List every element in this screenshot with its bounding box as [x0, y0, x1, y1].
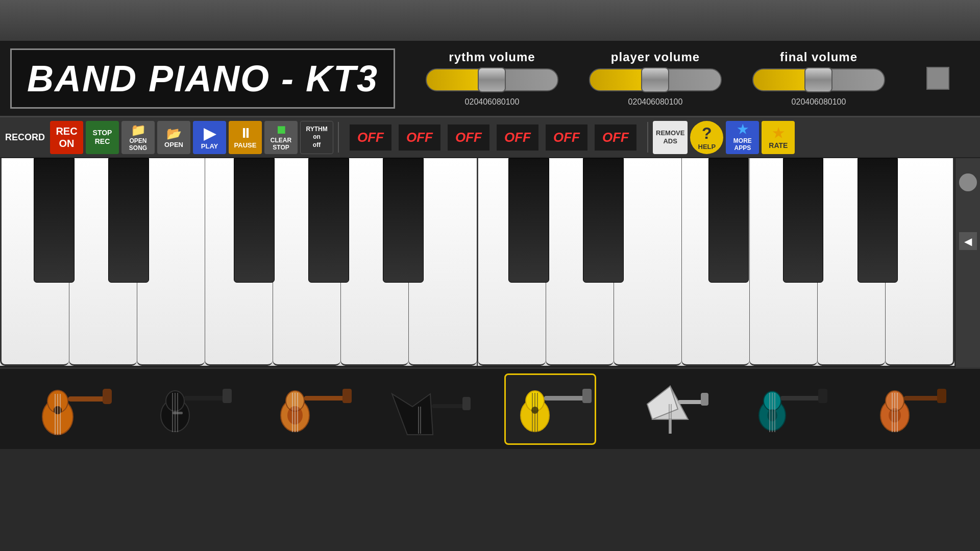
stop-rec-button[interactable]: STOPREC: [86, 121, 119, 154]
black-key-8[interactable]: [708, 158, 749, 283]
logo-text: BAND PIANO - KT3: [27, 58, 378, 99]
rythm-slider-track: [426, 68, 558, 91]
player-volume-slider[interactable]: [589, 68, 722, 91]
pause-button[interactable]: ⏸ PAUSE: [229, 121, 262, 154]
guitar-svg-2: [147, 379, 234, 440]
scroll-dot[interactable]: [959, 173, 977, 191]
guitar-svg-3: [267, 379, 354, 440]
svg-rect-54: [904, 396, 942, 400]
guitar-svg-7: [747, 379, 834, 440]
final-volume-control: final volume 0 20 40 60 80 100: [752, 50, 885, 107]
settings-square[interactable]: [926, 67, 949, 90]
guitar-item-5[interactable]: [504, 373, 596, 445]
guitar-item-1[interactable]: [24, 373, 116, 445]
white-key-10[interactable]: [614, 158, 681, 366]
guitar-svg-1: [27, 379, 114, 440]
player-volume-control: player volume 0 20 40 60 80 100: [589, 50, 722, 107]
final-slider-marks: 0 20 40 60 80 100: [789, 97, 849, 107]
svg-rect-32: [582, 389, 592, 403]
svg-rect-47: [818, 389, 827, 403]
black-key-6[interactable]: [508, 158, 549, 283]
guitar-svg-5: [507, 379, 594, 440]
scroll-left-arrow[interactable]: ◀: [959, 232, 977, 250]
svg-rect-3: [103, 389, 112, 404]
rec-on-button[interactable]: REC ON: [50, 121, 83, 154]
player-slider-thumb[interactable]: [641, 67, 669, 92]
svg-rect-11: [223, 389, 232, 403]
svg-rect-31: [544, 396, 587, 400]
final-volume-label: final volume: [780, 50, 857, 64]
right-sidebar: ◀: [954, 158, 980, 367]
guitar-selector: [0, 367, 980, 449]
toolbar-separator-2: [647, 122, 648, 153]
rythm-volume-control: rythm volume 0 20 40 60 80 100: [426, 50, 558, 107]
rythm-slider-thumb[interactable]: [478, 67, 506, 92]
black-key-2[interactable]: [108, 158, 149, 283]
svg-marker-24: [392, 394, 433, 435]
off-indicator-4[interactable]: OFF: [496, 123, 540, 152]
black-key-4[interactable]: [308, 158, 349, 283]
player-slider-track: [589, 68, 722, 91]
off-indicator-3[interactable]: OFF: [447, 123, 491, 152]
black-key-1[interactable]: [34, 158, 75, 283]
toolbar-separator-1: [338, 122, 339, 153]
svg-rect-41: [701, 393, 708, 406]
svg-rect-55: [937, 389, 946, 403]
black-key-3[interactable]: [234, 158, 275, 283]
help-icon: ?: [702, 124, 712, 143]
guitar-item-3[interactable]: [264, 373, 356, 445]
open-song-button[interactable]: 📁 OPENSONG: [121, 121, 155, 154]
final-slider-track: [752, 68, 885, 91]
keyboard-wrapper: .bk-spacer { flex: 0.6; } .bk { backgrou…: [0, 158, 980, 367]
play-button[interactable]: ▶ PLAY: [193, 121, 226, 154]
rythm-volume-slider[interactable]: [426, 68, 558, 91]
remove-ads-button[interactable]: REMOVEADS: [653, 121, 688, 154]
guitar-svg-4: [387, 379, 474, 440]
guitar-item-2[interactable]: [144, 373, 236, 445]
record-label: RECORD: [5, 132, 45, 143]
header-section: BAND PIANO - KT3 rythm volume 0 20 40 60…: [0, 41, 980, 117]
svg-rect-26: [462, 397, 471, 410]
svg-rect-19: [342, 389, 352, 403]
guitar-svg-6: [627, 379, 714, 440]
rate-button[interactable]: ★ RATE: [762, 121, 795, 154]
off-indicator-5[interactable]: OFF: [545, 123, 589, 152]
guitar-item-4[interactable]: [384, 373, 476, 445]
svg-rect-10: [184, 396, 228, 400]
off-indicators: OFF OFF OFF OFF OFF OFF: [349, 123, 638, 152]
toolbar: RECORD REC ON STOPREC 📁 OPENSONG 📂 OPEN …: [0, 117, 980, 158]
volume-section: rythm volume 0 20 40 60 80 100 player vo…: [405, 45, 980, 112]
piano-keyboard-area: .bk-spacer { flex: 0.6; } .bk { backgrou…: [0, 158, 954, 367]
black-key-7[interactable]: [583, 158, 624, 283]
black-key-5[interactable]: [383, 158, 424, 283]
final-slider-thumb[interactable]: [804, 67, 832, 92]
black-key-10[interactable]: [857, 158, 898, 283]
off-indicator-6[interactable]: OFF: [594, 123, 638, 152]
main-area: BAND PIANO - KT3 rythm volume 0 20 40 60…: [0, 41, 980, 551]
more-apps-button[interactable]: ★ MOREAPPS: [726, 121, 759, 154]
clear-stop-button[interactable]: ⏹ CLEARSTOP: [264, 121, 298, 154]
guitar-item-6[interactable]: [624, 373, 716, 445]
svg-rect-46: [780, 396, 824, 400]
svg-rect-25: [432, 404, 468, 408]
player-volume-label: player volume: [611, 50, 700, 64]
top-bar: [0, 0, 980, 41]
off-indicator-2[interactable]: OFF: [398, 123, 442, 152]
guitar-svg-8: [867, 379, 953, 440]
black-key-9[interactable]: [783, 158, 824, 283]
logo-box: BAND PIANO - KT3: [10, 48, 395, 109]
svg-rect-18: [304, 396, 348, 400]
open-button[interactable]: 📂 OPEN: [157, 121, 190, 154]
player-slider-marks: 0 20 40 60 80 100: [626, 97, 685, 107]
guitar-item-7[interactable]: [744, 373, 836, 445]
rythm-slider-marks: 0 20 40 60 80 100: [462, 97, 522, 107]
rythm-volume-label: rythm volume: [449, 50, 535, 64]
off-indicator-1[interactable]: OFF: [349, 123, 393, 152]
help-button[interactable]: ? HELP: [690, 121, 723, 154]
guitar-item-8[interactable]: [864, 373, 956, 445]
final-volume-slider[interactable]: [752, 68, 885, 91]
rythm-toggle-button[interactable]: RYTHMonoff: [300, 121, 333, 154]
